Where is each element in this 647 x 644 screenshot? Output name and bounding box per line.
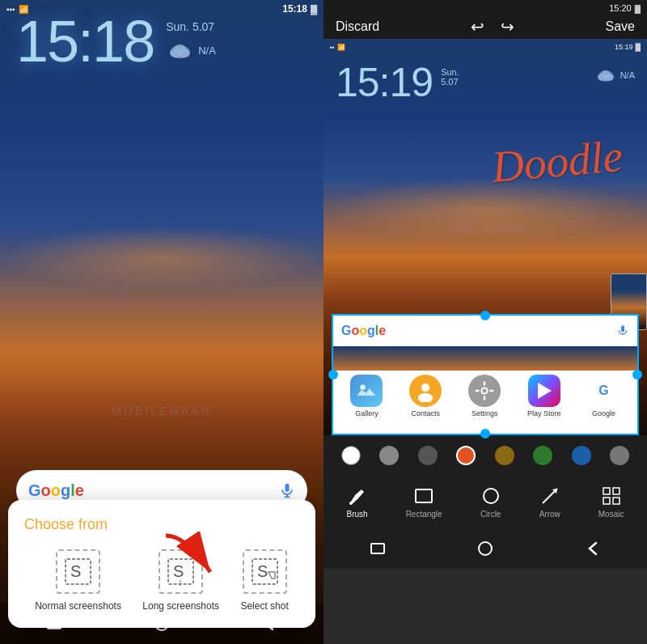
selection-box[interactable]: Google [332, 314, 639, 435]
mosaic-label: Mosaic [598, 510, 624, 519]
handle-top-center[interactable] [480, 311, 490, 320]
mosaic-tool[interactable]: Mosaic [594, 481, 628, 523]
color-palette [324, 435, 647, 476]
svg-rect-50 [490, 390, 494, 392]
sel-settings-svg [473, 379, 496, 402]
brush-tool[interactable]: Brush [343, 481, 372, 523]
color-white[interactable] [341, 446, 361, 465]
discard-button[interactable]: Discard [336, 19, 379, 34]
preview-signal-icon: ▪▪ [330, 44, 335, 51]
right-back-btn[interactable] [581, 536, 605, 561]
sel-playstore-svg [533, 379, 556, 402]
sel-contacts-label: Contacts [412, 409, 441, 417]
preview-date-line1: Sun. [441, 67, 459, 77]
svg-point-43 [421, 383, 429, 392]
select-shot-option[interactable]: S Select shot [240, 549, 288, 612]
right-home-btn[interactable] [473, 536, 497, 561]
svg-rect-60 [613, 498, 620, 504]
preview-status-left: ▪▪ 📶 [330, 41, 345, 53]
sel-settings-label: Settings [472, 409, 498, 417]
right-battery-icon: ▓ [635, 4, 641, 13]
right-status-bar: 15:20 ▓ [324, 0, 647, 16]
selection-mic-icon [616, 324, 629, 337]
sel-playstore-item: Play Store [527, 375, 561, 417]
svg-point-44 [418, 393, 433, 402]
preview-date: Sun. 5.07 [441, 59, 459, 87]
rectangle-svg [413, 485, 434, 506]
right-back-icon [585, 540, 601, 557]
color-brown[interactable] [495, 446, 514, 465]
svg-point-62 [479, 542, 492, 555]
brush-label: Brush [347, 510, 368, 519]
rectangle-tool[interactable]: Rectangle [402, 481, 446, 523]
mosaic-svg [601, 485, 622, 506]
color-gray2[interactable] [418, 446, 438, 465]
circle-tool[interactable]: Circle [476, 481, 505, 523]
preview-weather: N/A [594, 59, 635, 83]
svg-point-46 [483, 388, 487, 392]
screenshot-preview: ▪▪ 📶 15:19 ▓ 15:19 Sun. 5.07 [324, 39, 647, 435]
preview-status-bar: ▪▪ 📶 15:19 ▓ [324, 39, 647, 55]
sel-google-label: Google [592, 409, 615, 417]
svg-point-52 [349, 502, 353, 505]
normal-screenshot-icon: S [56, 549, 100, 594]
undo-button[interactable]: ↩ [471, 17, 484, 36]
color-gray1[interactable] [379, 446, 399, 465]
left-clock-area: 15:18 Sun. 5.07 N/A [0, 0, 324, 83]
select-shot-svg: S [251, 557, 279, 586]
svg-point-3 [174, 44, 187, 53]
color-blue[interactable] [572, 446, 591, 465]
preview-clock-area: 15:19 Sun. 5.07 N/A [324, 55, 647, 110]
color-green[interactable] [533, 446, 552, 465]
preview-weather-temp: N/A [620, 70, 635, 80]
save-button[interactable]: Save [606, 19, 635, 34]
right-nav-bar [324, 528, 647, 569]
select-shot-icon: S [243, 549, 287, 594]
left-big-time: 15:18 [16, 8, 154, 74]
drawing-tools: Brush Rectangle Circle [324, 476, 647, 528]
left-date: Sun. 5.07 [166, 20, 216, 34]
red-arrow [162, 532, 226, 583]
mic-icon[interactable] [279, 482, 295, 498]
sel-gallery-svg [355, 379, 378, 402]
redo-button[interactable]: ↪ [501, 17, 514, 36]
arrow-tool[interactable]: Arrow [535, 481, 565, 523]
right-recent-icon [370, 542, 386, 555]
selection-content: Google [333, 316, 637, 434]
sel-contacts-item: Contacts [409, 375, 442, 417]
handle-left-center[interactable] [328, 370, 338, 379]
preview-big-time: 15:19 [336, 59, 433, 106]
svg-marker-51 [538, 383, 552, 399]
svg-rect-49 [476, 390, 480, 392]
sel-gallery-icon [350, 375, 383, 407]
left-weather-temp: N/A [198, 44, 216, 57]
handle-bottom-center[interactable] [480, 429, 490, 439]
sel-playstore-label: Play Store [527, 409, 561, 417]
svg-marker-33 [269, 572, 275, 578]
preview-cloud-icon [594, 67, 617, 83]
select-shot-label: Select shot [240, 600, 288, 612]
svg-text:S: S [70, 562, 81, 580]
undo-redo-controls: ↩ ↪ [471, 17, 514, 36]
left-watermark: MOBILEMAAN [112, 405, 211, 417]
preview-battery: ▓ [635, 43, 641, 51]
svg-rect-58 [613, 488, 620, 494]
sel-gallery-label: Gallery [355, 409, 378, 417]
svg-point-54 [484, 489, 498, 503]
right-top-bar: 15:20 ▓ Discard ↩ ↪ Save [324, 0, 647, 39]
svg-rect-61 [371, 544, 384, 553]
right-recent-btn[interactable] [366, 536, 390, 561]
preview-watermark: MOBILEMAAN [447, 225, 522, 235]
svg-rect-4 [285, 484, 290, 492]
handle-right-center[interactable] [632, 370, 642, 379]
right-panel: 15:20 ▓ Discard ↩ ↪ Save ▪▪ 📶 15:19 [324, 0, 647, 644]
brush-icon [347, 485, 368, 506]
sel-google-text: G [598, 383, 608, 398]
normal-screenshot-option[interactable]: S Normal screenshots [35, 549, 121, 612]
color-gray3[interactable] [610, 446, 629, 465]
preview-time: 15:19 [615, 43, 633, 51]
left-date-line1: Sun. [166, 20, 189, 33]
svg-point-40 [600, 70, 611, 78]
svg-rect-53 [416, 489, 432, 502]
color-orange-red[interactable] [456, 446, 476, 465]
